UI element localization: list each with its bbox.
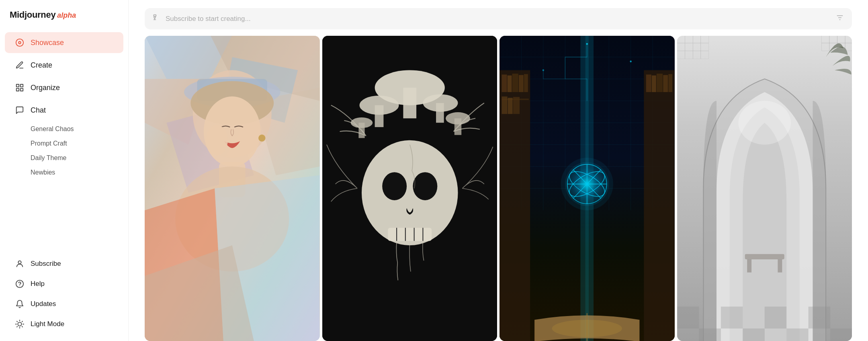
svg-point-109 bbox=[552, 320, 622, 337]
sidebar-item-help-label: Help bbox=[31, 280, 45, 288]
svg-rect-94 bbox=[663, 75, 668, 92]
image-4[interactable] bbox=[677, 36, 852, 341]
updates-icon bbox=[14, 299, 25, 309]
sidebar-item-create-label: Create bbox=[31, 61, 52, 70]
app-badge: alpha bbox=[57, 11, 76, 20]
svg-rect-81 bbox=[502, 74, 507, 92]
svg-rect-45 bbox=[403, 88, 416, 118]
organize-icon bbox=[14, 82, 25, 93]
svg-point-55 bbox=[382, 172, 407, 200]
svg-rect-124 bbox=[745, 254, 784, 259]
image-2[interactable] bbox=[322, 36, 497, 341]
svg-rect-92 bbox=[652, 76, 656, 92]
svg-rect-90 bbox=[644, 70, 674, 341]
search-bar[interactable]: Subscribe to start creating... bbox=[145, 8, 852, 29]
sidebar-item-light-mode-label: Light Mode bbox=[31, 320, 64, 328]
sidebar-item-chat-label: Chat bbox=[31, 106, 46, 115]
svg-rect-82 bbox=[508, 76, 512, 92]
sidebar-subitem-newbies[interactable]: Newbies bbox=[26, 166, 128, 179]
create-icon bbox=[14, 60, 25, 70]
logo-area: Midjourney alpha bbox=[0, 10, 128, 31]
svg-point-39 bbox=[258, 135, 265, 142]
svg-rect-3 bbox=[20, 84, 23, 87]
svg-rect-125 bbox=[747, 259, 751, 273]
sidebar: Midjourney alpha Showcase Create Orga bbox=[0, 0, 129, 341]
sidebar-item-updates-label: Updates bbox=[31, 300, 56, 308]
svg-point-1 bbox=[18, 41, 21, 44]
svg-rect-4 bbox=[16, 88, 19, 91]
sidebar-item-showcase[interactable]: Showcase bbox=[5, 32, 123, 53]
svg-rect-95 bbox=[668, 74, 672, 92]
svg-point-9 bbox=[18, 322, 21, 326]
sidebar-item-organize-label: Organize bbox=[31, 84, 60, 92]
svg-rect-129 bbox=[764, 306, 786, 328]
subscribe-icon bbox=[14, 259, 25, 269]
svg-point-0 bbox=[16, 39, 23, 46]
svg-line-16 bbox=[17, 327, 17, 327]
svg-rect-5 bbox=[20, 88, 23, 91]
svg-rect-131 bbox=[699, 329, 721, 341]
sidebar-item-chat[interactable]: Chat bbox=[5, 100, 123, 121]
sidebar-subitem-daily-theme[interactable]: Daily Theme bbox=[26, 151, 128, 165]
svg-rect-128 bbox=[721, 306, 742, 328]
svg-rect-84 bbox=[519, 75, 524, 92]
main-content: Subscribe to start creating... bbox=[129, 0, 868, 341]
svg-point-123 bbox=[738, 101, 791, 145]
svg-rect-88 bbox=[508, 98, 513, 114]
svg-point-79 bbox=[630, 61, 631, 62]
svg-rect-2 bbox=[16, 84, 19, 87]
svg-point-38 bbox=[206, 125, 227, 156]
sidebar-item-light-mode[interactable]: Light Mode bbox=[5, 314, 123, 334]
svg-point-56 bbox=[413, 172, 437, 200]
svg-point-107 bbox=[561, 158, 613, 210]
svg-rect-83 bbox=[512, 74, 518, 92]
search-icon bbox=[153, 14, 161, 24]
svg-line-17 bbox=[22, 321, 23, 322]
sidebar-item-showcase-label: Showcase bbox=[31, 39, 64, 47]
sidebar-bottom: Subscribe Help Updates bbox=[0, 253, 128, 335]
sidebar-item-organize[interactable]: Organize bbox=[5, 77, 123, 98]
svg-rect-89 bbox=[513, 97, 520, 114]
svg-rect-57 bbox=[388, 228, 432, 241]
sidebar-item-help[interactable]: Help bbox=[5, 274, 123, 294]
svg-rect-130 bbox=[808, 306, 830, 328]
image-1[interactable] bbox=[145, 36, 320, 341]
sidebar-item-subscribe-label: Subscribe bbox=[31, 260, 61, 268]
image-grid bbox=[129, 36, 868, 341]
chat-icon bbox=[14, 105, 25, 115]
sidebar-subitem-prompt-craft[interactable]: Prompt Craft bbox=[26, 137, 128, 150]
showcase-icon bbox=[14, 37, 25, 48]
svg-rect-133 bbox=[786, 329, 808, 341]
sidebar-subitem-general-chaos[interactable]: General Chaos bbox=[26, 122, 128, 136]
image-3[interactable] bbox=[500, 36, 675, 341]
svg-rect-85 bbox=[524, 74, 528, 92]
svg-rect-134 bbox=[830, 329, 852, 341]
filter-icon[interactable] bbox=[836, 14, 844, 24]
svg-rect-47 bbox=[375, 105, 383, 127]
help-icon bbox=[14, 279, 25, 289]
search-placeholder[interactable]: Subscribe to start creating... bbox=[166, 15, 831, 23]
svg-line-13 bbox=[22, 327, 23, 327]
svg-rect-126 bbox=[778, 259, 782, 273]
chat-submenu: General Chaos Prompt Craft Daily Theme N… bbox=[26, 122, 128, 179]
sidebar-item-subscribe[interactable]: Subscribe bbox=[5, 254, 123, 273]
svg-rect-127 bbox=[677, 306, 699, 328]
svg-rect-91 bbox=[646, 74, 651, 92]
sidebar-item-create[interactable]: Create bbox=[5, 55, 123, 76]
topbar: Subscribe to start creating... bbox=[129, 0, 868, 36]
app-name: Midjourney bbox=[10, 10, 55, 20]
svg-point-6 bbox=[18, 261, 21, 264]
svg-rect-93 bbox=[657, 74, 663, 92]
svg-rect-49 bbox=[436, 103, 444, 123]
svg-line-12 bbox=[17, 321, 17, 322]
svg-rect-132 bbox=[743, 329, 764, 341]
svg-rect-87 bbox=[502, 97, 507, 114]
light-mode-icon bbox=[14, 319, 25, 329]
sidebar-item-updates[interactable]: Updates bbox=[5, 294, 123, 314]
